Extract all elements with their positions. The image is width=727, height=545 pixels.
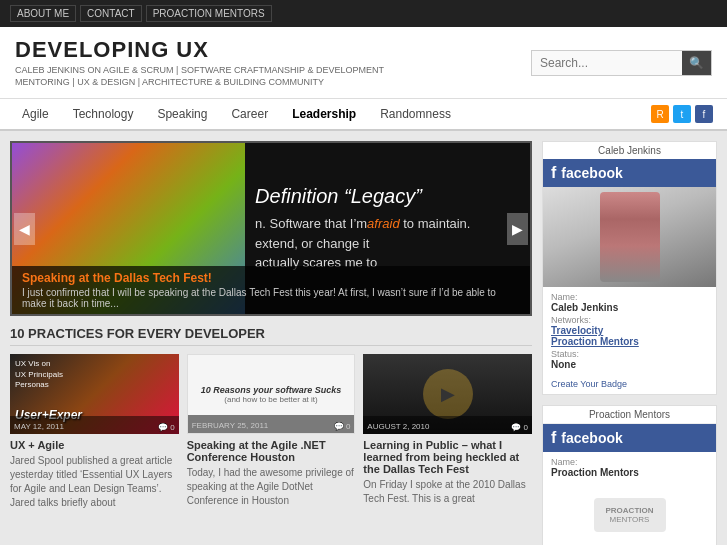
nav-agile[interactable]: Agile bbox=[10, 99, 61, 129]
thumb-agile-date: FEBRUARY 25, 2011 bbox=[192, 421, 269, 430]
top-nav-about-me[interactable]: ABOUT ME bbox=[10, 5, 76, 22]
caleb-status-label: Status: bbox=[551, 349, 708, 359]
proaction-widget-name: Proaction Mentors bbox=[543, 406, 716, 424]
thumb-ux-overlay: MAY 12, 2011 💬 0 bbox=[10, 416, 179, 434]
create-badge-link[interactable]: Create Your Badge bbox=[543, 377, 716, 394]
slider-caption: Speaking at the Dallas Tech Fest! I just… bbox=[12, 266, 530, 314]
thumb-agile-overlay: FEBRUARY 25, 2011 💬 0 bbox=[188, 415, 355, 433]
slider-quote-line1: n. Software that I’m bbox=[255, 216, 367, 231]
card-title-agile-net[interactable]: Speaking at the Agile .NET Conference Ho… bbox=[187, 439, 356, 463]
sidebar: Caleb Jenkins f facebook Name: Caleb Jen… bbox=[542, 141, 717, 545]
top-navigation: ABOUT ME CONTACT PROACTION MENTORS bbox=[0, 0, 727, 27]
slider-quote-title: Definition “Legacy” bbox=[255, 185, 510, 208]
twitter-icon[interactable]: t bbox=[673, 105, 691, 123]
thumb-ux-comments: 💬 0 bbox=[158, 423, 175, 432]
nav-speaking[interactable]: Speaking bbox=[145, 99, 219, 129]
caleb-fb-info: Name: Caleb Jenkins Networks: Travelocit… bbox=[543, 287, 716, 377]
thumb-learning-overlay: AUGUST 2, 2010 💬 0 bbox=[363, 416, 532, 434]
main-navigation: Agile Technology Speaking Career Leaders… bbox=[0, 99, 727, 131]
thumb-learning-date: AUGUST 2, 2010 bbox=[367, 422, 429, 431]
person-silhouette bbox=[600, 192, 660, 282]
thumb-agile-line1: 10 Reasons your software Sucks bbox=[201, 385, 342, 395]
card-excerpt-agile-net: Today, I had the awesome privilege of sp… bbox=[187, 466, 356, 508]
slider-caption-title: Speaking at the Dallas Tech Fest! bbox=[22, 271, 520, 285]
slider-next-button[interactable]: ▶ bbox=[507, 213, 528, 245]
card-title-ux-agile[interactable]: UX + Agile bbox=[10, 439, 179, 451]
slider-quote-body: n. Software that I’mafraid to maintain. … bbox=[255, 214, 510, 273]
caleb-profile-photo bbox=[543, 187, 716, 287]
social-icons: R t f bbox=[647, 101, 717, 127]
facebook-icon[interactable]: f bbox=[695, 105, 713, 123]
caleb-name-value: Caleb Jenkins bbox=[551, 302, 708, 313]
article-card-ux-agile: UX Vis on UX Principals Personas User+Ex… bbox=[10, 354, 179, 510]
site-header: DEVELOPING UX CALEB JENKINS ON AGILE & S… bbox=[0, 27, 727, 99]
proaction-widget: Proaction Mentors f facebook Name: Proac… bbox=[542, 405, 717, 545]
slider-afraid: afraid bbox=[367, 216, 400, 231]
featured-slider: Definition “Legacy” n. Software that I’m… bbox=[10, 141, 532, 316]
proaction-name-value: Proaction Mentors bbox=[551, 467, 708, 478]
caleb-fb-icon: f bbox=[551, 164, 556, 182]
slider-prev-button[interactable]: ◀ bbox=[14, 213, 35, 245]
proaction-logo: PROACTION MENTORS bbox=[543, 485, 716, 545]
card-excerpt-learning-public: On Friday I spoke at the 2010 Dallas Tec… bbox=[363, 478, 532, 506]
card-thumb-ux-agile[interactable]: UX Vis on UX Principals Personas User+Ex… bbox=[10, 354, 179, 434]
site-title: DEVELOPING UX bbox=[15, 37, 395, 63]
caleb-fb-header: f facebook bbox=[543, 159, 716, 187]
nav-career[interactable]: Career bbox=[219, 99, 280, 129]
caleb-jenkins-widget: Caleb Jenkins f facebook Name: Caleb Jen… bbox=[542, 141, 717, 395]
main-layout: Definition “Legacy” n. Software that I’m… bbox=[0, 131, 727, 545]
nav-leadership[interactable]: Leadership bbox=[280, 99, 368, 129]
thumb-ux-line1: UX Vis on bbox=[15, 359, 174, 369]
caleb-status-row: Status: None bbox=[551, 349, 708, 370]
caleb-networks-row: Networks: Travelocity Proaction Mentors bbox=[551, 315, 708, 347]
proaction-name-label: Name: bbox=[551, 457, 708, 467]
caleb-network1-value[interactable]: Travelocity bbox=[551, 325, 708, 336]
content-area: Definition “Legacy” n. Software that I’m… bbox=[10, 141, 532, 545]
search-input[interactable] bbox=[532, 51, 682, 75]
caleb-name-row: Name: Caleb Jenkins bbox=[551, 292, 708, 313]
caleb-status-value: None bbox=[551, 359, 708, 370]
card-thumb-agile-net[interactable]: 10 Reasons your software Sucks (and how … bbox=[187, 354, 356, 434]
caleb-jenkins-name: Caleb Jenkins bbox=[543, 142, 716, 159]
site-branding: DEVELOPING UX CALEB JENKINS ON AGILE & S… bbox=[15, 37, 395, 88]
slider-quote-line2: to maintain. bbox=[400, 216, 471, 231]
section-heading: 10 PRACTICES FOR EVERY DEVELOPER bbox=[10, 326, 532, 346]
nav-technology[interactable]: Technology bbox=[61, 99, 146, 129]
card-thumb-learning-public[interactable]: ▶ AUGUST 2, 2010 💬 0 bbox=[363, 354, 532, 434]
article-card-learning-public: ▶ AUGUST 2, 2010 💬 0 Learning in Public … bbox=[363, 354, 532, 510]
thumb-ux-line3: Personas bbox=[15, 380, 174, 390]
proaction-fb-icon: f bbox=[551, 429, 556, 447]
card-title-learning-public[interactable]: Learning in Public – what I learned from… bbox=[363, 439, 532, 475]
nav-randomness[interactable]: Randomness bbox=[368, 99, 463, 129]
top-nav-contact[interactable]: CONTACT bbox=[80, 5, 142, 22]
thumb-agile-line2: (and how to be better at it) bbox=[201, 395, 342, 404]
article-card-agile-net: 10 Reasons your software Sucks (and how … bbox=[187, 354, 356, 510]
caleb-fb-label: facebook bbox=[561, 165, 622, 181]
proaction-fb-header: f facebook bbox=[543, 424, 716, 452]
thumb-agile-comments: 💬 0 bbox=[334, 422, 351, 431]
article-cards: UX Vis on UX Principals Personas User+Ex… bbox=[10, 354, 532, 510]
thumb-ux-date: MAY 12, 2011 bbox=[14, 422, 64, 431]
proaction-fb-label: facebook bbox=[561, 430, 622, 446]
proaction-fb-info: Name: Proaction Mentors bbox=[543, 452, 716, 485]
proaction-name-row: Name: Proaction Mentors bbox=[551, 457, 708, 478]
main-nav-links: Agile Technology Speaking Career Leaders… bbox=[10, 99, 463, 129]
slider-caption-text: I just confirmed that I will be speaking… bbox=[22, 287, 520, 309]
top-nav-proaction-mentors[interactable]: PROACTION MENTORS bbox=[146, 5, 272, 22]
search-button[interactable]: 🔍 bbox=[682, 51, 711, 75]
caleb-networks-label: Networks: bbox=[551, 315, 708, 325]
thumb-learning-comments: 💬 0 bbox=[511, 423, 528, 432]
thumb-ux-line2: UX Principals bbox=[15, 370, 174, 380]
proaction-logo-inner: PROACTION MENTORS bbox=[594, 498, 666, 532]
site-tagline: CALEB JENKINS ON AGILE & SCRUM | SOFTWAR… bbox=[15, 65, 395, 88]
caleb-name-label: Name: bbox=[551, 292, 708, 302]
card-excerpt-ux-agile: Jared Spool published a great article ye… bbox=[10, 454, 179, 510]
caleb-network2-value[interactable]: Proaction Mentors bbox=[551, 336, 708, 347]
rss-icon[interactable]: R bbox=[651, 105, 669, 123]
search-form: 🔍 bbox=[531, 50, 712, 76]
slider-quote-line3: extend, or change it bbox=[255, 236, 369, 251]
